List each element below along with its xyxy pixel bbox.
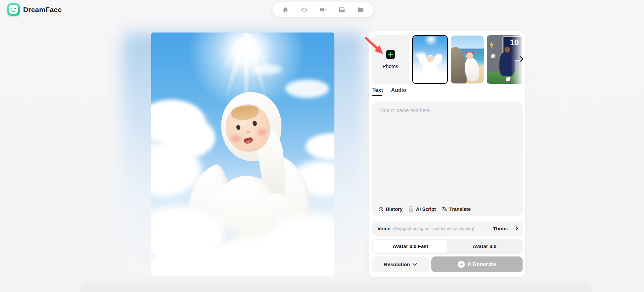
chevron-right-icon — [518, 56, 524, 62]
preview-image-angel-baby — [151, 33, 334, 276]
main-nav — [273, 2, 373, 17]
generate-label: 0 Generate — [468, 261, 496, 268]
translate-icon — [442, 206, 447, 212]
add-photos-label: Photos — [383, 63, 398, 69]
video-camera-icon[interactable] — [319, 6, 327, 14]
add-photos-button[interactable]: Photos — [372, 35, 409, 84]
resolution-dropdown[interactable]: Resolution — [372, 256, 429, 272]
text-tools: History AI AI Script Translate — [378, 206, 471, 212]
bottom-sheet-hint — [80, 281, 592, 292]
clock-history-icon — [378, 207, 384, 212]
ai-script-icon: AI — [408, 206, 414, 212]
composer-panel: Photos — [369, 31, 525, 277]
chevron-down-icon — [413, 261, 417, 266]
photos-scroll-next-button[interactable] — [517, 55, 524, 63]
home-icon[interactable] — [281, 6, 289, 14]
tab-text[interactable]: Text — [372, 87, 383, 96]
avatar-model-switch: Avatar 3.0 Fast Avatar 3.0 — [372, 239, 523, 254]
history-button[interactable]: History — [378, 207, 402, 212]
ai-script-button[interactable]: AI AI Script — [408, 206, 436, 212]
voice-selector[interactable]: Voice (Suggest using our lastest voice c… — [372, 221, 523, 236]
voice-selected-name: Thom... — [493, 226, 511, 231]
lightning-decal — [489, 41, 494, 49]
script-input[interactable] — [372, 102, 523, 195]
chevron-right-icon — [514, 226, 518, 230]
script-textbox: History AI AI Script Translate — [372, 102, 523, 216]
photos-strip: Photos — [372, 35, 522, 84]
voice-hint: (Suggest using our lastest voice cloning… — [393, 226, 474, 231]
dreamface-logo-icon — [7, 3, 20, 16]
tab-audio[interactable]: Audio — [391, 87, 406, 96]
input-mode-tabs: Text Audio — [372, 87, 406, 96]
generate-button[interactable]: 0 Generate — [431, 256, 523, 272]
image-icon[interactable] — [338, 6, 346, 14]
jersey-number: 10 — [510, 38, 519, 47]
brand-logo[interactable]: DreamFace — [7, 3, 62, 16]
model-avatar30-fast[interactable]: Avatar 3.0 Fast — [373, 240, 447, 253]
dreamface-app: DreamFace 999 Pro — [0, 0, 644, 292]
thumbnail-angel-art — [413, 36, 447, 83]
lips-lipsync-icon[interactable] — [300, 6, 308, 14]
model-avatar30[interactable]: Avatar 3.0 — [447, 240, 522, 253]
brand-name: DreamFace — [23, 6, 62, 14]
thumbnail-angel-baby[interactable] — [412, 35, 448, 84]
thumbnail-beach-baby[interactable] — [451, 36, 484, 83]
sparkle-icon — [458, 261, 465, 268]
projects-folder-icon[interactable] — [357, 6, 365, 14]
plus-icon — [386, 50, 395, 59]
svg-text:AI: AI — [411, 209, 413, 211]
translate-button[interactable]: Translate — [442, 206, 471, 212]
voice-label: Voice — [377, 226, 390, 231]
thumbnail-beach-art — [451, 36, 484, 83]
